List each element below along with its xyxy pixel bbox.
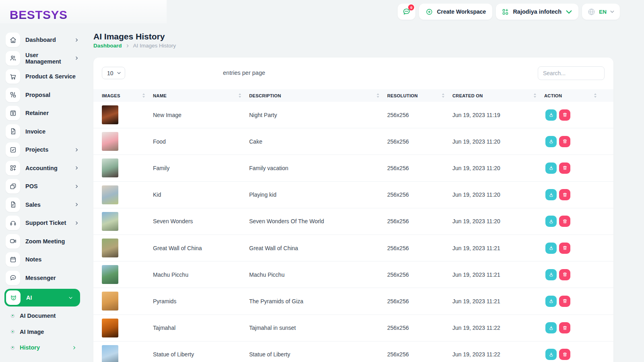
- file-icon: [9, 201, 17, 208]
- download-button[interactable]: [545, 162, 557, 174]
- create-workspace-button[interactable]: Create Workspace: [419, 4, 492, 20]
- ai-icon-box: [6, 290, 21, 305]
- delete-button[interactable]: [559, 296, 570, 307]
- delete-button[interactable]: [559, 162, 570, 174]
- sidebar-item-ai-image[interactable]: AI Image: [6, 325, 85, 339]
- download-button[interactable]: [545, 296, 557, 307]
- sidebar-item-sales[interactable]: Sales: [6, 197, 85, 212]
- entries-per-page-select[interactable]: 10: [102, 67, 125, 79]
- sort-icon[interactable]: [377, 93, 379, 97]
- image-thumbnail: [102, 239, 118, 257]
- workspace-selector[interactable]: Rajodiya infotech: [496, 4, 578, 20]
- description-cell: Machu Picchu: [249, 272, 387, 278]
- sort-icon[interactable]: [239, 93, 241, 97]
- sidebar-item-history[interactable]: History: [6, 341, 85, 354]
- trash-icon: [562, 112, 568, 118]
- delete-button[interactable]: [559, 216, 570, 227]
- created-on-cell: Jun 19, 2023 11:21: [452, 272, 544, 278]
- delete-button[interactable]: [559, 243, 570, 254]
- sort-icon[interactable]: [594, 93, 597, 97]
- sidebar-item-label: User Management: [25, 52, 74, 65]
- column-header-action[interactable]: Action: [544, 93, 605, 98]
- messages-button[interactable]: 0: [398, 4, 415, 20]
- images-cell: [102, 185, 153, 204]
- download-icon: [548, 218, 554, 224]
- sidebar-item-dashboard[interactable]: Dashboard: [6, 33, 85, 47]
- cart-icon: [9, 73, 17, 80]
- sidebar-item-label: Invoice: [25, 128, 45, 135]
- column-header-name[interactable]: Name: [153, 93, 249, 98]
- description-cell: Great Wall of China: [249, 245, 387, 251]
- sidebar-item-zoom-meeting[interactable]: Zoom Meeting: [6, 234, 85, 249]
- action-cell: [544, 216, 605, 227]
- created-on-cell: Jun 19, 2023 11:21: [452, 245, 544, 251]
- sidebar-item-product-and-service[interactable]: Product & Service: [6, 69, 85, 84]
- sidebar-item-accounting[interactable]: Accounting: [6, 161, 85, 175]
- download-button[interactable]: [545, 349, 557, 360]
- created-on-cell: Jun 19, 2023 11:19: [452, 112, 544, 118]
- sidebar-item-support-ticket[interactable]: Support Ticket: [6, 216, 85, 230]
- download-button[interactable]: [545, 136, 557, 147]
- delete-button[interactable]: [559, 109, 570, 121]
- sidebar-item-label: Notes: [25, 256, 41, 263]
- column-header-created-on[interactable]: Created On: [452, 93, 544, 98]
- grid-plus-icon: [9, 164, 17, 172]
- column-header-images[interactable]: Images: [102, 93, 153, 98]
- table-row: Statue of LibertyStatue of Liberty256x25…: [93, 341, 613, 362]
- entries-per-page-label: entries per page: [223, 70, 265, 76]
- download-icon: [548, 165, 554, 171]
- delete-button[interactable]: [559, 136, 570, 147]
- delete-button[interactable]: [559, 269, 570, 280]
- action-cell: [544, 322, 605, 333]
- download-icon: [548, 325, 554, 331]
- breadcrumb-current: AI Images History: [133, 43, 176, 49]
- sidebar-item-label: Dashboard: [25, 37, 56, 43]
- sidebar-item-label: Messenger: [25, 275, 56, 281]
- sidebar-item-label: Product & Service: [25, 73, 76, 80]
- sidebar-item-projects[interactable]: Projects: [6, 142, 85, 157]
- images-cell: [102, 345, 153, 362]
- resolution-cell: 256x256: [387, 165, 452, 171]
- delete-button[interactable]: [559, 322, 570, 333]
- sidebar-item-messenger[interactable]: Messenger: [6, 271, 85, 285]
- delete-button[interactable]: [559, 349, 570, 360]
- delete-button[interactable]: [559, 189, 570, 200]
- images-cell: [102, 292, 153, 311]
- breadcrumb-dashboard-link[interactable]: Dashboard: [93, 43, 122, 49]
- sort-icon[interactable]: [534, 93, 536, 97]
- column-header-description[interactable]: Description: [249, 93, 387, 98]
- sidebar-item-ai-document[interactable]: AI Document: [6, 309, 85, 323]
- download-button[interactable]: [545, 216, 557, 227]
- sidebar-item-label: Zoom Meeting: [25, 238, 65, 245]
- sidebar-item-retainer[interactable]: Retainer: [6, 106, 85, 120]
- table-row: FamilyFamily vacation256x256Jun 19, 2023…: [93, 155, 613, 181]
- sort-icon[interactable]: [442, 93, 444, 97]
- download-icon: [548, 245, 554, 251]
- sidebar-item-notes[interactable]: Notes: [6, 252, 85, 267]
- action-cell: [544, 296, 605, 307]
- chevron-right-icon: [74, 221, 79, 225]
- sidebar-item-pos[interactable]: POS: [6, 179, 85, 193]
- sort-icon[interactable]: [142, 93, 145, 97]
- chevron-right-icon: [74, 56, 79, 60]
- copy-icon: [9, 183, 17, 190]
- download-button[interactable]: [545, 322, 557, 333]
- sidebar-item-proposal[interactable]: Proposal: [6, 88, 85, 102]
- download-button[interactable]: [545, 243, 557, 254]
- sidebar-item-user-management[interactable]: User Management: [6, 51, 85, 66]
- column-header-resolution[interactable]: Resolution: [387, 93, 452, 98]
- resolution-cell: 256x256: [387, 138, 452, 145]
- images-cell: [102, 158, 153, 177]
- download-button[interactable]: [545, 109, 557, 121]
- sidebar-item-ai[interactable]: AI: [4, 289, 80, 306]
- sidebar-item-invoice[interactable]: Invoice: [6, 124, 85, 139]
- language-selector[interactable]: EN: [582, 4, 620, 20]
- home-icon: [9, 36, 17, 44]
- download-button[interactable]: [545, 189, 557, 200]
- download-button[interactable]: [545, 269, 557, 280]
- created-on-cell: Jun 19, 2023 11:21: [452, 298, 544, 304]
- search-input[interactable]: [538, 66, 605, 80]
- download-icon: [548, 192, 554, 198]
- sidebar-item-label: Accounting: [25, 165, 58, 171]
- check-square-icon: [9, 146, 17, 154]
